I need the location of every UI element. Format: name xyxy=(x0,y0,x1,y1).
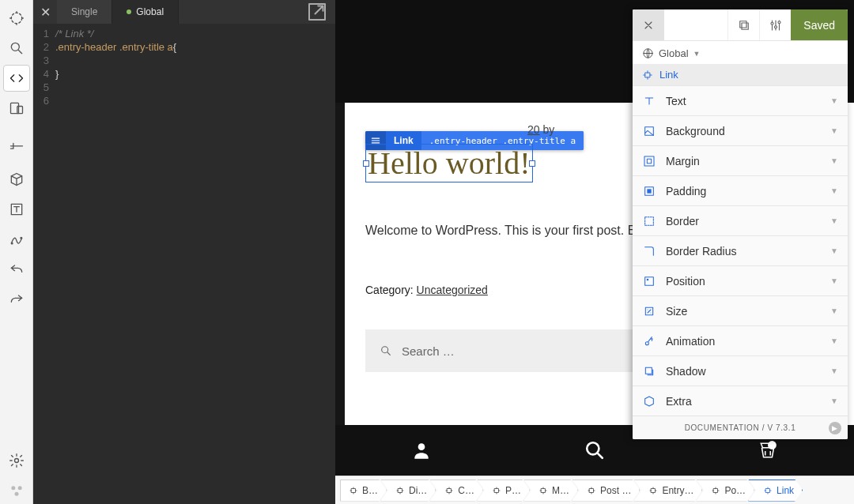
svg-rect-33 xyxy=(645,367,652,374)
post-date-partial[interactable]: 20 xyxy=(527,123,540,136)
account-icon[interactable] xyxy=(335,425,508,476)
chevron-down-icon: ▼ xyxy=(830,96,838,105)
selector-tool-icon[interactable] xyxy=(3,5,30,32)
svg-point-7 xyxy=(14,459,18,463)
close-panel-button[interactable] xyxy=(633,9,664,40)
tab-single[interactable]: Single xyxy=(57,0,112,24)
svg-point-18 xyxy=(771,22,773,24)
section-text[interactable]: Text▼ xyxy=(633,85,848,115)
section-animation[interactable]: Animation▼ xyxy=(633,325,848,355)
tab-global[interactable]: Global xyxy=(112,0,179,24)
svg-rect-36 xyxy=(448,488,452,492)
section-icon xyxy=(642,154,656,168)
section-icon xyxy=(642,94,656,108)
section-label: Padding xyxy=(666,185,706,197)
code-panel: ✕ Single Global 1/* Link */2.entry-heade… xyxy=(33,0,335,504)
code-icon[interactable] xyxy=(3,65,30,92)
svg-rect-42 xyxy=(766,488,770,492)
devices-icon[interactable] xyxy=(3,95,30,122)
chevron-down-icon: ▼ xyxy=(830,307,838,315)
svg-rect-25 xyxy=(647,159,651,163)
svg-rect-24 xyxy=(644,156,654,166)
category-label: Category: xyxy=(365,284,417,296)
breadcrumb-seg[interactable]: C… xyxy=(429,480,483,502)
svg-point-5 xyxy=(11,243,13,244)
breadcrumb-label: Entry… xyxy=(662,485,693,496)
breadcrumb-seg[interactable]: Link xyxy=(748,480,803,502)
chevron-down-icon: ▼ xyxy=(693,50,701,58)
section-label: Background xyxy=(666,125,725,137)
breadcrumb-label: Link xyxy=(777,485,794,496)
svg-rect-37 xyxy=(495,488,499,492)
section-label: Animation xyxy=(666,335,715,348)
breadcrumb-seg[interactable]: P… xyxy=(477,480,530,502)
svg-rect-27 xyxy=(647,189,651,193)
close-code-panel-button[interactable]: ✕ xyxy=(33,0,57,24)
ruler-icon[interactable] xyxy=(3,136,30,163)
popout-icon[interactable] xyxy=(305,0,329,24)
breadcrumb-seg[interactable]: B… xyxy=(340,480,387,502)
breadcrumb-label: C… xyxy=(458,485,474,496)
section-padding[interactable]: Padding▼ xyxy=(633,175,848,205)
section-label: Text xyxy=(666,95,686,107)
svg-rect-38 xyxy=(542,488,546,492)
box-icon[interactable] xyxy=(3,166,30,193)
scope-selector[interactable]: Global ▼ xyxy=(633,41,848,64)
svg-point-14 xyxy=(587,442,599,454)
section-icon xyxy=(642,274,656,288)
category-link[interactable]: Uncategorized xyxy=(417,284,488,296)
svg-point-12 xyxy=(382,347,388,353)
breadcrumb-seg[interactable]: Entry… xyxy=(633,480,702,502)
lint-icon[interactable] xyxy=(3,226,30,253)
settings-sliders-icon[interactable] xyxy=(759,9,791,40)
section-label: Shadow xyxy=(666,365,706,378)
breadcrumb-label: M… xyxy=(552,485,569,496)
breadcrumb-seg[interactable]: Di… xyxy=(380,480,436,502)
tab-label: Single xyxy=(71,6,97,17)
tab-label: Global xyxy=(136,6,164,17)
svg-rect-35 xyxy=(399,488,402,492)
section-shadow[interactable]: Shadow▼ xyxy=(633,355,848,386)
redo-icon[interactable] xyxy=(3,286,30,313)
chevron-down-icon: ▼ xyxy=(830,186,838,195)
post-meta: 20 by xyxy=(527,123,554,136)
breadcrumb-seg[interactable]: Post … xyxy=(572,480,640,502)
left-toolbar xyxy=(0,0,33,504)
target-icon xyxy=(648,486,658,495)
svg-point-10 xyxy=(14,492,18,496)
section-border[interactable]: Border▼ xyxy=(633,205,848,235)
section-border-radius[interactable]: Border Radius▼ xyxy=(633,235,848,265)
section-background[interactable]: Background▼ xyxy=(633,115,848,145)
undo-icon[interactable] xyxy=(3,256,30,283)
settings-icon[interactable] xyxy=(3,447,30,474)
section-icon xyxy=(642,214,656,228)
modules-icon[interactable] xyxy=(3,477,30,504)
section-margin[interactable]: Margin▼ xyxy=(633,145,848,175)
section-label: Position xyxy=(666,275,705,288)
breadcrumb-seg[interactable]: M… xyxy=(523,480,578,502)
play-icon[interactable]: ▶ xyxy=(829,422,841,434)
search-icon[interactable] xyxy=(3,35,30,62)
post-title-link[interactable]: Hello world! xyxy=(365,144,533,182)
svg-point-32 xyxy=(645,341,648,344)
section-position[interactable]: Position▼ xyxy=(633,265,848,295)
chevron-down-icon: ▼ xyxy=(830,126,838,135)
section-icon xyxy=(642,184,656,198)
copy-icon[interactable] xyxy=(727,9,759,40)
typography-icon[interactable] xyxy=(3,196,30,223)
section-size[interactable]: Size▼ xyxy=(633,295,848,325)
dom-breadcrumb: B…Di…C…P…M…Post …Entry…Po…Link xyxy=(335,476,854,504)
breadcrumb-label: Di… xyxy=(409,485,427,496)
selected-element-row[interactable]: Link xyxy=(633,64,848,85)
footer-label: DOCUMENTATION / V 7.3.1 xyxy=(685,423,796,432)
svg-point-6 xyxy=(21,238,22,239)
code-editor[interactable]: 1/* Link */2.entry-header .entry-title a… xyxy=(33,24,335,504)
svg-point-0 xyxy=(11,13,21,23)
breadcrumb-seg[interactable]: Po… xyxy=(696,480,754,502)
svg-rect-40 xyxy=(652,488,656,492)
section-extra[interactable]: Extra▼ xyxy=(633,386,848,416)
target-icon xyxy=(395,486,405,495)
target-icon xyxy=(642,70,653,81)
search-placeholder: Search … xyxy=(402,344,455,358)
section-icon xyxy=(642,394,656,408)
